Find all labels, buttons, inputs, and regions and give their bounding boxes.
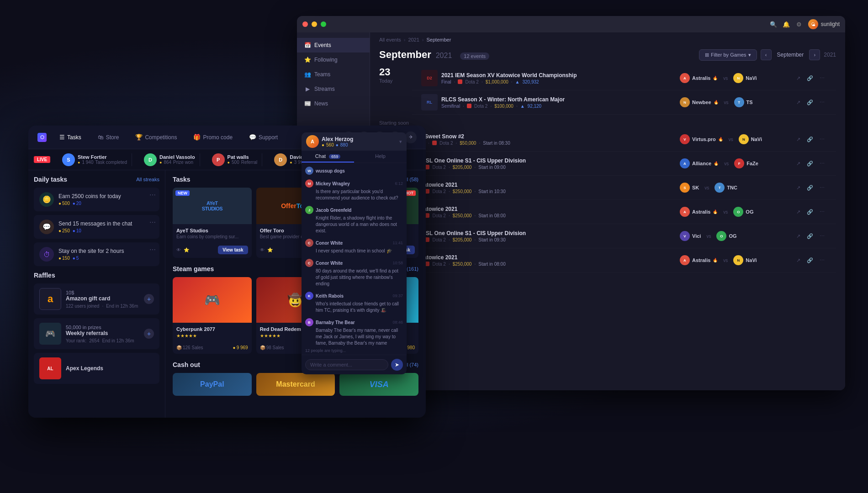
team1-logo-1: A [680, 73, 690, 83]
sidebar-item-events[interactable]: 📅 Events [297, 38, 370, 52]
ssl-link-1[interactable]: 🔗 [805, 134, 815, 144]
event-row-1: D2 2021 IEM Season XV Katowice World Cha… [412, 66, 836, 90]
ssl-link-2[interactable]: 🔗 [805, 158, 815, 168]
filter-games-btn[interactable]: ⊞ Filter by Games ▾ [699, 49, 757, 61]
ssl-team1-1: Virtus.pro [692, 136, 716, 142]
tasks-nav-label: Tasks [67, 134, 81, 141]
breadcrumb-all[interactable]: All events [379, 37, 401, 42]
task-reward-coin-2: 250 [62, 228, 70, 233]
tasks-store-title: Tasks [173, 176, 191, 183]
coin-icon-1: ● [58, 201, 61, 206]
task-reward-dot-3: 5 [76, 256, 79, 261]
close-btn[interactable] [302, 21, 308, 27]
nav-competitions[interactable]: 🏆 Competitions [132, 132, 180, 142]
sidebar-item-news[interactable]: 📰 News [297, 96, 370, 111]
task-more-2[interactable]: ⋯ [149, 219, 156, 226]
nav-store[interactable]: 🛍 Store [94, 132, 123, 142]
live-coins-3: 500 [232, 160, 239, 165]
chat-send-btn[interactable]: ➤ [391, 359, 403, 371]
live-avatar-1: S [62, 153, 75, 166]
live-avatar-4: D [274, 153, 287, 166]
prev-month-btn[interactable]: ‹ [761, 49, 772, 60]
cyberpunk-title: Cyberpunk 2077 [176, 326, 248, 332]
live-action-1: Task completed [95, 160, 127, 165]
titlebar-icons: 🔍 🔔 ⚙ 🌤 sunlight [770, 19, 840, 29]
dot-icon-2: ● [73, 228, 75, 233]
ssl-link-3[interactable]: 🔗 [805, 183, 815, 193]
viewers-icon-2: ▲ [520, 104, 525, 109]
ssl-share-1[interactable]: ↗ [793, 134, 803, 144]
competitions-nav-label: Competitions [145, 134, 177, 141]
starting-soon-3: IEM IEM Katowice 2021 Final · Dota 2 · $… [379, 176, 836, 200]
nav-support[interactable]: 💬 Support [245, 132, 281, 142]
next-month-btn[interactable]: › [809, 49, 820, 60]
settings-icon[interactable]: ⚙ [795, 21, 803, 28]
ayetstudios-desc: Earn coins by completing sur... [176, 234, 248, 239]
chat-tab-chat[interactable]: Chat 659 [302, 151, 354, 163]
share-btn-2[interactable]: ↗ [793, 97, 803, 107]
more-btn-2[interactable]: ⋯ [817, 97, 827, 107]
nav-tasks[interactable]: ☰ Tasks [56, 132, 85, 142]
following-icon: ⭐ [304, 57, 311, 63]
event-name-2: RLCS Season X - Winter: North American M… [441, 96, 676, 103]
competitions-nav-icon: 🏆 [135, 134, 143, 141]
search-icon[interactable]: 🔍 [770, 21, 777, 28]
chat-window: A Alex Herzog ● 560 ● 880 ▾ Chat 659 Hel… [302, 132, 407, 374]
ssl-more-2[interactable]: ⋯ [817, 158, 827, 168]
task-reward-coin-1: 500 [62, 201, 70, 206]
ssl-game-1: Dota 2 [439, 141, 453, 146]
chat-time-keith: 09:37 [392, 294, 403, 298]
chat-username: Alex Herzog [322, 136, 353, 142]
raffle-3-partial: AL Apex Legends [34, 353, 159, 384]
cashout-visa[interactable]: VISA [339, 373, 418, 396]
chat-text-conor2: 80 days around the world, we'll find a p… [305, 268, 403, 287]
live-action-2: Prize won [173, 160, 193, 165]
link-btn-2[interactable]: 🔗 [805, 97, 815, 107]
ssl-more-1[interactable]: ⋯ [817, 134, 827, 144]
event-viewers-2: 92,120 [528, 104, 542, 109]
chat-text-barnaby: Barnaby The Bear's my name, never call m… [305, 327, 403, 346]
cashout-paypal[interactable]: PayPal [173, 373, 252, 396]
sidebar-item-teams[interactable]: 👥 Teams [297, 67, 370, 82]
task-more-3[interactable]: ⋯ [149, 246, 156, 253]
nav-promo[interactable]: 🎁 Promo code [190, 132, 236, 142]
raffle-add-btn-1[interactable]: + [144, 294, 154, 304]
chat-msg-keith: K Keith Rabois 09:37 Who's intellectual … [305, 292, 403, 314]
all-streaks-link[interactable]: All streaks [136, 177, 159, 182]
view-task-btn-1[interactable]: View task [218, 246, 248, 254]
ssl-share-3[interactable]: ↗ [793, 183, 803, 193]
share-btn-1[interactable]: ↗ [793, 73, 803, 83]
ssl-share-2[interactable]: ↗ [793, 158, 803, 168]
team2-slot-2: T TS [734, 97, 753, 107]
chat-tab-help[interactable]: Help [354, 151, 407, 163]
fire-icon-1: 🔥 [713, 76, 718, 80]
sidebar-item-streams[interactable]: ▶ Streams [297, 82, 370, 96]
coin-icon-chat: ● [322, 142, 324, 147]
sidebar-item-following[interactable]: ⭐ Following [297, 52, 370, 67]
chat-dropdown-icon[interactable]: ▾ [399, 139, 402, 145]
starting-soon-1: EL Snow Sweet Snow #2 Group B · Dota 2 ·… [379, 127, 836, 152]
raffle-name-2: Weekly referrals [66, 330, 139, 336]
maximize-btn[interactable] [321, 21, 326, 27]
cashout-mastercard[interactable]: Mastercard [256, 373, 335, 396]
chat-header: A Alex Herzog ● 560 ● 880 ▾ [302, 132, 407, 151]
bell-icon[interactable]: 🔔 [783, 21, 790, 28]
task-more-1[interactable]: ⋯ [149, 191, 156, 199]
chat-name-conor1: Conor White [316, 241, 343, 246]
raffle-prize-1: 10$ [66, 290, 139, 295]
ssl-more-3[interactable]: ⋯ [817, 183, 827, 193]
promo-nav-label: Promo code [203, 134, 233, 141]
raffles-title: Raffles [34, 272, 55, 279]
task-reward-dot-2: 10 [76, 228, 81, 233]
breadcrumb-year[interactable]: 2021 [408, 37, 419, 42]
chat-typing-indicator: 12 people are typing... [302, 346, 407, 355]
teams-icon: 👥 [304, 71, 311, 78]
link-btn-1[interactable]: 🔗 [805, 73, 815, 83]
more-btn-1[interactable]: ⋯ [817, 73, 827, 83]
raffle-add-btn-2[interactable]: + [144, 329, 154, 339]
iem-name-3: IEM Katowice 2021 [408, 182, 676, 188]
task-reward-coin-3: 150 [62, 256, 70, 261]
news-icon: 📰 [304, 100, 311, 107]
chat-input-field[interactable]: Write a comment... [305, 359, 388, 370]
minimize-btn[interactable] [312, 21, 317, 27]
